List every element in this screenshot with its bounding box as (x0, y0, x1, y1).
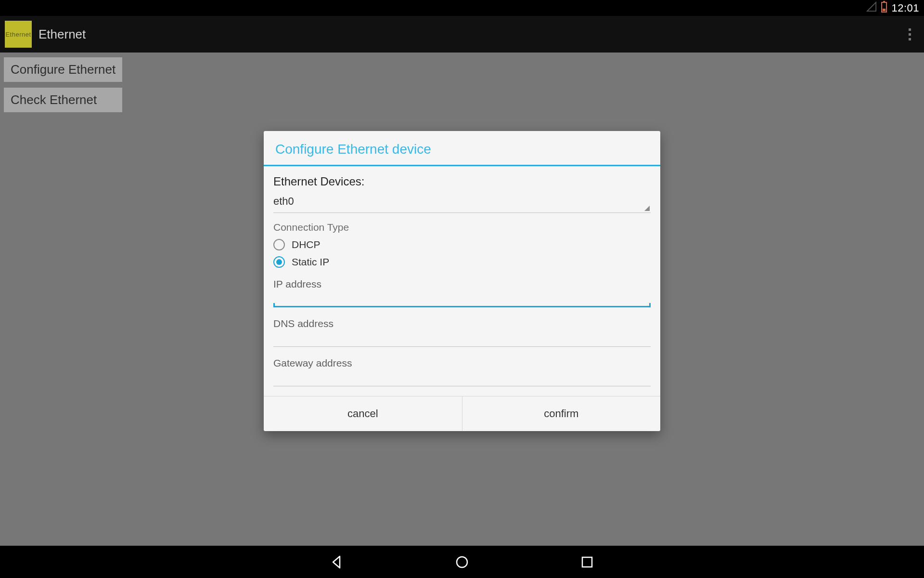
app-icon: Ethernet (5, 21, 32, 48)
overflow-menu-button[interactable] (900, 25, 919, 44)
configure-ethernet-dialog: Configure Ethernet device Ethernet Devic… (264, 131, 660, 431)
connection-type-label: Connection Type (273, 222, 651, 233)
status-bar: 12:01 (0, 0, 924, 16)
gateway-address-label: Gateway address (273, 357, 651, 369)
ip-address-input[interactable] (273, 290, 651, 307)
radio-static-ip[interactable]: Static IP (273, 256, 651, 268)
confirm-button[interactable]: confirm (462, 396, 661, 431)
ethernet-device-selected: eth0 (273, 195, 294, 208)
radio-dhcp-label: DHCP (292, 239, 321, 250)
cancel-button[interactable]: cancel (264, 396, 462, 431)
signal-empty-icon (866, 1, 877, 15)
dns-address-label: DNS address (273, 318, 651, 329)
radio-dhcp-icon (273, 239, 285, 250)
radio-static-label: Static IP (292, 256, 329, 268)
back-button[interactable] (327, 552, 346, 572)
content-area: Configure Ethernet Check Ethernet Config… (0, 53, 924, 546)
gateway-address-input[interactable] (273, 369, 651, 386)
radio-dhcp[interactable]: DHCP (273, 239, 651, 250)
ethernet-device-spinner[interactable]: eth0 (273, 192, 651, 213)
app-icon-label: Ethernet (5, 31, 31, 38)
dialog-footer: cancel confirm (264, 396, 660, 431)
svg-point-3 (457, 557, 467, 567)
svg-rect-4 (582, 557, 592, 567)
status-clock: 12:01 (891, 2, 919, 14)
app-title: Ethernet (38, 27, 86, 42)
recents-button[interactable] (578, 552, 597, 572)
ip-address-label: IP address (273, 278, 651, 290)
ethernet-devices-label: Ethernet Devices: (273, 175, 651, 188)
app-bar: Ethernet Ethernet (0, 16, 924, 53)
navigation-bar (0, 546, 924, 578)
dialog-title: Configure Ethernet device (264, 131, 660, 166)
svg-rect-2 (883, 9, 886, 11)
battery-icon (881, 1, 887, 15)
home-button[interactable] (452, 552, 472, 572)
dns-address-input[interactable] (273, 329, 651, 347)
radio-static-icon (273, 256, 285, 268)
